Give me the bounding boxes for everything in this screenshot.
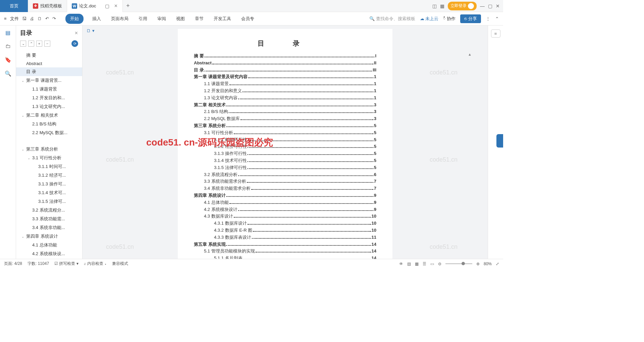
new-tab-button[interactable]: + [123,2,133,9]
menu-view[interactable]: 视图 [175,14,186,24]
outline-item[interactable]: 3.4 系统非功能... [16,223,82,232]
status-content-check[interactable]: ⌕ 内容检查 ▾ [84,261,107,267]
close-icon[interactable]: ✕ [74,31,78,36]
outline-item[interactable]: ⌄3.1 可行性分析 [16,154,82,162]
bookmark-icon[interactable]: 🔖 [5,57,11,63]
status-words[interactable]: 字数: 11047 [28,261,49,267]
toc-row[interactable]: 2.2 MySQL 数据库3 [194,115,376,122]
view-page-icon[interactable]: ▤ [407,262,411,266]
outline-item[interactable]: 目 录 [16,67,82,76]
save-icon[interactable]: 🖫 [22,16,26,21]
expand-all-icon[interactable]: ⌃ [28,41,34,47]
outline-item[interactable]: 1.3 论文研究内... [16,102,82,111]
view-outline-icon[interactable]: ☰ [423,262,426,266]
toc-row[interactable]: 目 录III [194,67,376,74]
toc-row[interactable]: 4.2 系统模块设计9 [194,206,376,213]
side-handle[interactable] [496,134,503,148]
outline-item[interactable]: 1.1 课题背景 [16,85,82,94]
outline-body[interactable]: 摘 要Abstract目 录⌄第一章 课题背景...1.1 课题背景1.2 开发… [16,50,82,259]
toc-row[interactable]: 4.3.2 数据库 E-R 图10 [194,227,376,234]
reading-icon[interactable]: ▭ [430,262,434,266]
eye-icon[interactable]: 👁 [399,262,403,266]
toc-row[interactable]: 3.1.1 时间可行性5 [194,136,376,144]
zoom-slider[interactable] [445,263,472,264]
tab-detach-icon[interactable]: ▢ [105,3,109,9]
menu-devtools[interactable]: 开发工具 [212,14,232,24]
toc-row[interactable]: 第一章 课题背景及研究内容1 [194,73,376,80]
layout-icon[interactable]: ◫ [432,3,437,9]
toc-row[interactable]: 3.1.3 操作可行性5 [194,150,376,157]
outline-item[interactable]: 4.1 总体功能 [16,241,82,249]
outline-item[interactable]: 2.2 MySQL 数据... [16,128,82,137]
window-close-icon[interactable]: ✕ [496,3,500,9]
clipboard-icon[interactable]: 🗀 [5,43,11,49]
toc-row[interactable]: 4.3.3 数据库表设计11 [194,234,376,241]
status-page[interactable]: 页面: 4/28 [4,261,22,267]
toc-row[interactable]: 3.2 系统流程分析6 [194,171,376,178]
toc-row[interactable]: 第五章 系统实现14 [194,241,376,248]
outline-item[interactable]: 3.3 系统功能需... [16,215,82,223]
fit-icon[interactable]: ⤢ [496,262,499,266]
outline-item[interactable]: 3.1.4 技术可... [16,188,82,197]
outline-item[interactable]: 3.1.3 操作可... [16,180,82,188]
panel-toggle-icon[interactable]: ≡ [491,30,500,38]
menu-references[interactable]: 引用 [137,14,149,24]
outline-item[interactable]: 3.1.1 时间可... [16,162,82,171]
maximize-icon[interactable]: ▢ [488,3,492,9]
view-web-icon[interactable]: ▦ [415,262,419,266]
toc-row[interactable]: 3.1.4 技术可行性5 [194,157,376,164]
undo-icon[interactable]: ↶ [45,16,49,21]
menu-chapter[interactable]: 章节 [194,14,205,24]
zoom-in-icon[interactable]: ⊕ [476,262,480,266]
outline-item[interactable]: ⌄第三章 系统分析 [16,145,82,154]
toc-row[interactable]: 2.1 B/S 结构3 [194,108,376,115]
toc-row[interactable]: 3.1.2 经济可行性5 [194,143,376,150]
apps-icon[interactable]: ▦ [440,3,444,9]
menu-start[interactable]: 开始 [65,14,84,24]
minimize-icon[interactable]: — [480,3,485,9]
outline-item[interactable]: 4.2 系统模块设... [16,249,82,258]
outline-item[interactable]: Abstract [16,60,82,67]
print-icon[interactable]: 🖨 [30,16,34,21]
outline-item[interactable]: ⌄第四章 系统设计 [16,232,82,241]
toc-row[interactable]: 4.3 数据库设计10 [194,213,376,220]
collab-button[interactable]: ಿ 协作 [443,16,455,22]
outline-icon[interactable]: ▤ [5,30,10,36]
toc-row[interactable]: 3.1 可行性分析5 [194,129,376,136]
toc-row[interactable]: 第三章 系统分析5 [194,122,376,129]
toc-row[interactable]: 1.2 开发目的和意义1 [194,88,376,95]
toc-row[interactable]: AbstractII [194,60,376,67]
file-menu[interactable]: 文件 [10,16,19,22]
search-input[interactable]: 🔍 查找命令、搜索模板 [369,16,415,22]
outline-item[interactable]: ⌄第一章 课题背景... [16,76,82,85]
toc-row[interactable]: 第四章 系统设计9 [194,192,376,199]
toc-row[interactable]: 摘 要I [194,53,376,60]
collapse-all-icon[interactable]: ⌄ [20,41,26,47]
outline-item[interactable] [16,137,82,145]
status-compat[interactable]: 兼容模式 [112,261,128,267]
login-button[interactable]: 立即登录 [448,2,477,10]
toc-row[interactable]: 5.1 管理员功能模块的实现14 [194,248,376,255]
menu-vip[interactable]: 会员专 [240,14,256,24]
toc-row[interactable]: 3.4 系统非功能需求分析7 [194,185,376,192]
toc-row[interactable]: 3.3 系统功能需求分析7 [194,178,376,185]
toc-row[interactable]: 5.1.1 名片列表14 [194,255,376,259]
toc-row[interactable]: 第二章 相关技术3 [194,102,376,109]
doc-tool-icon[interactable]: 🗋 ▾ [87,28,95,33]
tab-home[interactable]: 首页 [0,0,28,12]
outline-item[interactable]: 3.2 系统流程分... [16,206,82,215]
outline-item[interactable]: 2.1 B/S 结构 [16,120,82,128]
tab-template[interactable]: ❖ 找稻壳模板 [28,0,67,12]
add-icon[interactable]: + [36,41,42,47]
toc-row[interactable]: 4.3.1 数据库设计10 [194,220,376,227]
zoom-out-icon[interactable]: ⊖ [438,262,441,266]
collapse-ribbon-icon[interactable]: ⌃ [495,16,499,21]
status-spellcheck[interactable]: ☑ 拼写检查 ▾ [54,261,78,267]
zoom-value[interactable]: 80% [484,262,492,266]
tab-document[interactable]: W 论文.doc ▢ ✕ [67,0,123,12]
find-icon[interactable]: 🔍 [5,70,11,77]
outline-item[interactable]: 1.2 开发目的和... [16,94,82,102]
share-button[interactable]: ⎋ 分享 [460,14,481,23]
remove-icon[interactable]: − [44,41,50,47]
scroll-up-icon[interactable]: ▲ [468,52,472,56]
